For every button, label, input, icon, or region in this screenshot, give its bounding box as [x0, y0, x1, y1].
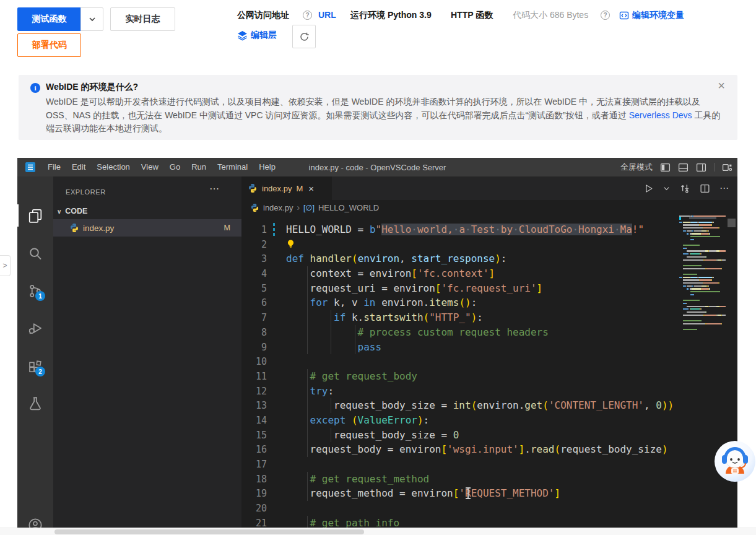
refresh-icon	[299, 32, 310, 42]
url-link[interactable]: URL	[318, 10, 336, 20]
code-line[interactable]: 11 # get request_body	[241, 369, 737, 384]
support-mascot[interactable]	[714, 440, 756, 482]
openvscode-logo-icon	[25, 162, 36, 173]
webide-info-banner: i WebIDE 的环境是什么? × WebIDE 是可以帮助开发者快速进行代码…	[19, 75, 737, 140]
file-item-indexpy[interactable]: index.py M	[53, 219, 241, 237]
breadcrumbs: index.py › [∅] HELLO_WORLD	[241, 200, 737, 215]
toggle-panel-icon[interactable]	[678, 162, 689, 173]
code-lines: 1HELLO_WORLD = b"Hello·world,·a·Test·by·…	[241, 215, 737, 528]
toggle-sidebar-icon[interactable]	[660, 162, 671, 173]
edit-layers-link[interactable]: 编辑层	[237, 30, 277, 41]
breadcrumb-file[interactable]: index.py	[263, 203, 293, 212]
code-line[interactable]: 18 # get request_method	[241, 472, 737, 487]
open-changes-icon[interactable]	[679, 183, 690, 194]
testing-icon[interactable]	[28, 396, 43, 411]
menu-terminal[interactable]: Terminal	[212, 158, 253, 176]
tab-close-icon[interactable]: ×	[308, 183, 314, 194]
activity-bar: 1 2	[17, 176, 53, 528]
code-line[interactable]: 13 request_body_size = int(environ.get('…	[241, 398, 737, 413]
code-line[interactable]: 4 context = environ['fc.context']	[241, 266, 737, 281]
breadcrumb-separator: ›	[297, 202, 300, 212]
runtime-label: 运行环境 Python 3.9	[350, 10, 432, 21]
code-line[interactable]: 17	[241, 457, 737, 472]
fullscreen-mode-button[interactable]: 全屏模式	[620, 162, 653, 173]
menu-selection[interactable]: Selection	[91, 158, 135, 176]
menu-edit[interactable]: Edit	[66, 158, 91, 176]
extensions-icon[interactable]: 2	[28, 359, 43, 374]
editor-group: index.py M × ⋯ index.py ›	[241, 176, 737, 528]
code-line[interactable]: 9 pass	[241, 340, 737, 355]
info-icon: i	[30, 83, 40, 93]
menu-view[interactable]: View	[136, 158, 164, 176]
explorer-icon[interactable]	[28, 208, 43, 223]
scrollbar-thumb[interactable]	[728, 219, 736, 227]
menu-file[interactable]: File	[42, 158, 66, 176]
run-python-file-icon[interactable]	[643, 183, 654, 194]
menu-bar: File Edit Selection View Go Run Terminal…	[42, 158, 281, 176]
source-control-icon[interactable]: 1	[28, 284, 43, 298]
code-line[interactable]: 5 request_uri = environ['fc.request_uri'…	[241, 281, 737, 296]
banner-close-icon[interactable]: ×	[718, 79, 725, 93]
refresh-button[interactable]	[292, 25, 316, 48]
menu-run[interactable]: Run	[186, 158, 212, 176]
horizontal-scrollbar-thumb[interactable]	[54, 529, 364, 534]
help-question-icon[interactable]: ?	[303, 11, 312, 20]
banner-body: WebIDE 是可以帮助开发者快速进行代码测试，以及项目构建、依赖安装，但是 W…	[46, 95, 727, 136]
code-line[interactable]: 19 request_method = environ['REQUEST_MET…	[241, 486, 737, 501]
deploy-code-button[interactable]: 部署代码	[17, 33, 81, 57]
menu-help[interactable]: Help	[253, 158, 281, 176]
code-line[interactable]: 21 # get path info	[241, 516, 737, 528]
extensions-badge: 2	[35, 367, 45, 376]
active-indicator	[17, 204, 19, 227]
code-line[interactable]: 10	[241, 354, 737, 369]
code-editor[interactable]: 1HELLO_WORLD = b"Hello·world,·a·Test·by·…	[241, 215, 737, 528]
code-line[interactable]: 20	[241, 501, 737, 516]
text-cursor	[467, 487, 469, 499]
test-function-dropdown-button[interactable]	[80, 7, 103, 31]
edit-env-vars-link[interactable]: 编辑环境变量	[619, 10, 684, 21]
explorer-header: EXPLORER	[66, 188, 106, 196]
code-line[interactable]: 6 for k, v in environ.items():	[241, 295, 737, 310]
serverless-devs-link[interactable]: Serverless Devs	[629, 110, 692, 120]
layers-icon	[237, 30, 248, 41]
accounts-icon[interactable]	[28, 518, 43, 528]
banner-title: WebIDE 的环境是什么?	[46, 82, 138, 93]
menu-go[interactable]: Go	[164, 158, 186, 176]
horizontal-scrollbar[interactable]	[0, 528, 756, 535]
customize-layout-icon[interactable]	[722, 162, 732, 173]
search-icon[interactable]	[28, 246, 43, 261]
help-question-icon[interactable]: ?	[601, 11, 610, 20]
folder-code[interactable]: ∨ CODE	[53, 204, 241, 218]
lightbulb-icon[interactable]	[286, 238, 295, 248]
explorer-sidebar: EXPLORER ⋯ ∨ CODE index.py M	[53, 176, 241, 528]
code-line[interactable]: 1HELLO_WORLD = b"Hello·world,·a·Test·by·…	[241, 222, 737, 237]
code-line[interactable]: 8 # process custom request headers	[241, 325, 737, 340]
code-line[interactable]: 14 except (ValueError):	[241, 413, 737, 428]
tab-indexpy[interactable]: index.py M ×	[241, 176, 332, 200]
code-size-label: 代码大小 686 Bytes	[513, 10, 588, 21]
run-dropdown-icon[interactable]	[663, 185, 670, 192]
env-vars-icon	[619, 11, 629, 20]
file-name: index.py	[83, 224, 114, 233]
code-line[interactable]: 3def handler(environ, start_response):	[241, 251, 737, 266]
code-line[interactable]: 15 request_body_size = 0	[241, 428, 737, 443]
code-line[interactable]: 7 if k.startswith("HTTP_"):	[241, 310, 737, 325]
editor-more-actions-icon[interactable]: ⋯	[719, 183, 729, 194]
ide-titlebar: File Edit Selection View Go Run Terminal…	[17, 158, 737, 176]
expand-panel-button[interactable]: >	[0, 255, 11, 276]
chevron-down-icon	[88, 15, 97, 24]
scm-badge: 1	[35, 291, 45, 301]
split-editor-icon[interactable]	[700, 183, 710, 194]
http-function-label: HTTP 函数	[451, 10, 493, 21]
test-function-button[interactable]: 测试函数	[17, 7, 81, 31]
webide-window: File Edit Selection View Go Run Terminal…	[17, 158, 737, 528]
tab-modified-badge: M	[296, 184, 303, 193]
run-debug-icon[interactable]	[28, 321, 43, 336]
code-line[interactable]: 2	[241, 237, 737, 252]
code-line[interactable]: 12 try:	[241, 384, 737, 399]
realtime-logs-button[interactable]: 实时日志	[110, 7, 175, 31]
explorer-more-icon[interactable]: ⋯	[209, 183, 220, 194]
toggle-secondary-sidebar-icon[interactable]	[696, 162, 706, 173]
breadcrumb-symbol[interactable]: HELLO_WORLD	[318, 203, 379, 212]
code-line[interactable]: 16 request_body = environ['wsgi.input'].…	[241, 442, 737, 457]
